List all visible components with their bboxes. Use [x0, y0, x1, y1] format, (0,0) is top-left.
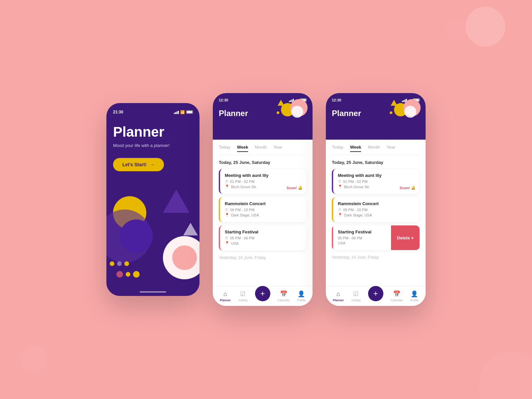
tab-month-3[interactable]: Month	[368, 145, 380, 152]
tab-year-3[interactable]: Year	[387, 145, 395, 152]
phone-3-body: Today Week Month Year Today, 25 June, Sa…	[326, 140, 426, 286]
bg-decoration-2	[479, 352, 532, 399]
signal-icon-1	[174, 110, 179, 114]
event-3-3-time: 05 PM - 06 PM	[338, 236, 386, 240]
decorative-shapes	[106, 183, 200, 296]
phone-2-body: Today Week Month Year Today, 25 June, Sa…	[213, 140, 313, 286]
event-3-3-location: USA	[338, 241, 386, 245]
event-2-title: Rammstein Concert	[225, 201, 302, 206]
phone-3-header: 12:30 ▲ Planner	[326, 93, 426, 140]
dot-white	[117, 261, 122, 266]
clock-icon-2: ⏱	[225, 208, 228, 212]
signal-bar-4	[178, 111, 179, 114]
bottom-dot-1	[116, 271, 123, 278]
event-card-1: Meeting with aunt lily ⏱ 01 PM - 02 PM 📍…	[219, 169, 307, 194]
event-3-time: ⏱ 05 PM - 06 PM	[225, 236, 302, 240]
nav-planner-2[interactable]: ⌂ Planner	[220, 291, 231, 302]
date-header-2: Today, 25 June, Saturday	[219, 160, 307, 165]
nav-planner-3[interactable]: ⌂ Planner	[333, 291, 344, 302]
home-indicator-1	[140, 291, 166, 293]
tab-bar-2: Today Week Month Year	[219, 145, 307, 155]
delete-button-3-3[interactable]: Delete ×	[391, 225, 420, 250]
header-3-deco-tri	[391, 100, 397, 106]
profile-icon-2: 👤	[298, 290, 305, 298]
event-3-1-time: ⏱ 01 PM - 02 PM	[338, 180, 415, 184]
bottom-nav-2: ⌂ Planner ☑ Activity + 📅 Calendar 👤 Prof…	[213, 286, 313, 306]
bell-icon-1: 🔔	[298, 186, 303, 190]
header-time-2: 12:30	[219, 98, 228, 102]
bg-decoration-4	[446, 20, 466, 40]
bottom-nav-3: ⌂ Planner ☑ Activity + 📅 Calendar 👤 Prof…	[326, 286, 426, 306]
shape-white-triangle	[183, 223, 198, 235]
bell-icon-3-1: 🔔	[411, 186, 416, 190]
home-icon-3: ⌂	[336, 291, 340, 298]
start-button[interactable]: Let's Start! →	[113, 158, 164, 171]
nav-add-button-3[interactable]: +	[368, 286, 383, 301]
nav-profile-2[interactable]: 👤 Profile	[297, 290, 306, 302]
profile-icon-3: 👤	[411, 290, 418, 298]
start-button-arrow: →	[150, 162, 155, 167]
yesterday-label-3: Yesterday, 24 June, Friday	[332, 253, 420, 260]
tab-week-3[interactable]: Week	[350, 145, 361, 152]
event-card-2: Rammstein Concert ⏱ 09 PM - 10 PM 📍 Dark…	[219, 197, 307, 222]
activity-icon-3: ☑	[353, 290, 358, 298]
screens-container: 21:30 📶 Planner Mood your life with a pl…	[106, 93, 426, 306]
signal-bar-2	[175, 112, 176, 114]
soon-badge-3-1: Soon! 🔔	[400, 186, 416, 190]
tab-month-2[interactable]: Month	[255, 145, 267, 152]
bottom-dot-2	[126, 272, 130, 277]
nav-profile-3[interactable]: 👤 Profile	[410, 290, 419, 302]
shape-medium-circle	[120, 219, 153, 253]
nav-activity-3[interactable]: ☑ Activity	[351, 290, 361, 302]
header-time-3: 12:30	[332, 98, 341, 102]
nav-activity-2[interactable]: ☑ Activity	[238, 290, 248, 302]
event-card-3: Starting Festival ⏱ 05 PM - 06 PM 📍 USA	[219, 225, 307, 250]
header-3-deco-white	[404, 106, 416, 118]
calendar-icon-3: 📅	[393, 290, 400, 298]
event-1-time: ⏱ 01 PM - 02 PM	[225, 180, 302, 184]
nav-calendar-2[interactable]: 📅 Calendar	[278, 290, 290, 302]
bottom-dot-3	[133, 271, 140, 278]
nav-add-button-2[interactable]: +	[255, 286, 270, 301]
bottom-circles	[116, 271, 140, 278]
event-card-3-3-swipe: Starting Festival 05 PM - 06 PM USA Dele…	[332, 225, 420, 250]
shape-pink-inner	[176, 249, 196, 269]
tab-today-3[interactable]: Today	[332, 145, 343, 152]
activity-icon-2: ☑	[240, 290, 245, 298]
tab-year-2[interactable]: Year	[274, 145, 282, 152]
dot-yellow	[110, 261, 114, 266]
event-card-3-1: Meeting with aunt lily ⏱ 01 PM - 02 PM 📍…	[332, 169, 420, 194]
nav-calendar-3[interactable]: 📅 Calendar	[391, 290, 403, 302]
event-3-2-title: Rammstein Concert	[338, 201, 415, 206]
event-3-2-location: 📍 Dark Stage, USA	[338, 213, 415, 217]
status-icons-1: 📶	[174, 110, 193, 114]
plus-icon-3: +	[373, 289, 378, 298]
event-3-3-content: Starting Festival 05 PM - 06 PM USA	[332, 225, 391, 250]
event-1-title: Meeting with aunt lily	[225, 173, 302, 178]
status-time-1: 21:30	[113, 110, 123, 114]
date-header-3: Today, 25 June, Saturday	[332, 160, 420, 165]
battery-icon-1	[186, 110, 193, 114]
phone-splash-inner: 21:30 📶 Planner Mood your life with a pl…	[106, 103, 200, 296]
event-3-1-title: Meeting with aunt lily	[338, 173, 415, 178]
yesterday-label-2: Yesterday, 24 June, Friday	[219, 254, 307, 260]
start-button-label: Let's Start!	[122, 162, 147, 167]
event-3-2-time: ⏱ 09 PM - 10 PM	[338, 208, 415, 212]
bg-decoration-3	[20, 346, 47, 372]
phone-swipe: 12:30 ▲ Planner	[326, 93, 426, 306]
tab-week-2[interactable]: Week	[237, 145, 248, 152]
location-icon-1: 📍	[225, 185, 229, 189]
plus-icon-2: +	[260, 289, 265, 298]
event-3-location: 📍 USA	[225, 241, 302, 245]
tab-today-2[interactable]: Today	[219, 145, 230, 152]
status-bar-1: 21:30 📶	[113, 110, 193, 114]
event-2-location: 📍 Dark Stage, USA	[225, 213, 302, 217]
phone-splash: 21:30 📶 Planner Mood your life with a pl…	[106, 103, 200, 296]
delete-label-3-3: Delete ×	[397, 235, 414, 240]
clock-icon-3-2: ⏱	[338, 208, 341, 212]
clock-icon-3: ⏱	[225, 236, 228, 240]
event-3-title: Starting Festival	[225, 229, 302, 234]
wifi-icon-1: 📶	[180, 110, 185, 114]
clock-icon-1: ⏱	[225, 180, 228, 184]
battery-fill-1	[187, 111, 192, 113]
